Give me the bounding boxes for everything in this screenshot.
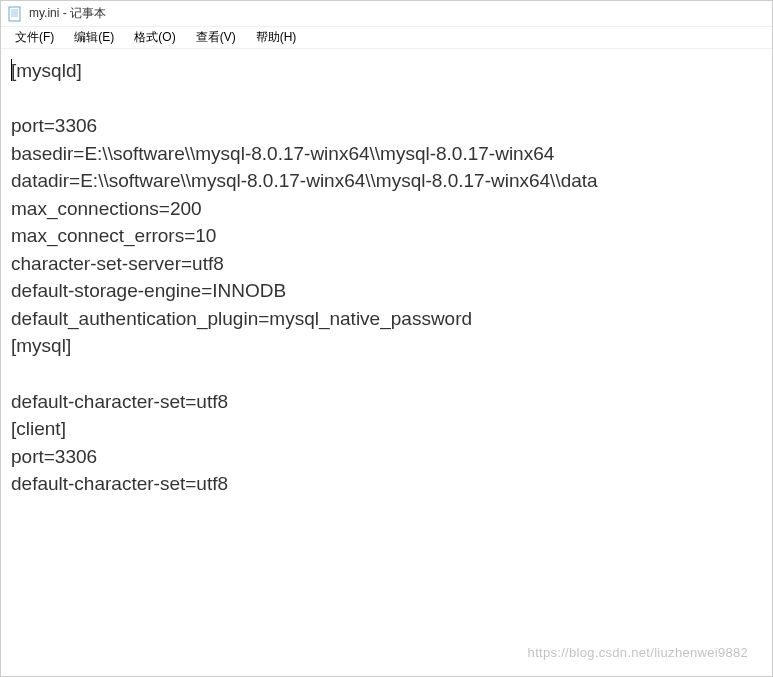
editor-content: [mysqld] port=3306 basedir=E:\\software\… [11, 60, 598, 494]
menu-help[interactable]: 帮助(H) [248, 27, 305, 48]
menu-file[interactable]: 文件(F) [7, 27, 62, 48]
notepad-icon [7, 6, 23, 22]
menu-format[interactable]: 格式(O) [126, 27, 183, 48]
text-editor[interactable]: [mysqld] port=3306 basedir=E:\\software\… [1, 49, 772, 676]
window-title: my.ini - 记事本 [29, 5, 106, 22]
menubar: 文件(F) 编辑(E) 格式(O) 查看(V) 帮助(H) [1, 27, 772, 49]
menu-edit[interactable]: 编辑(E) [66, 27, 122, 48]
menu-view[interactable]: 查看(V) [188, 27, 244, 48]
titlebar: my.ini - 记事本 [1, 1, 772, 27]
text-caret [11, 59, 12, 81]
